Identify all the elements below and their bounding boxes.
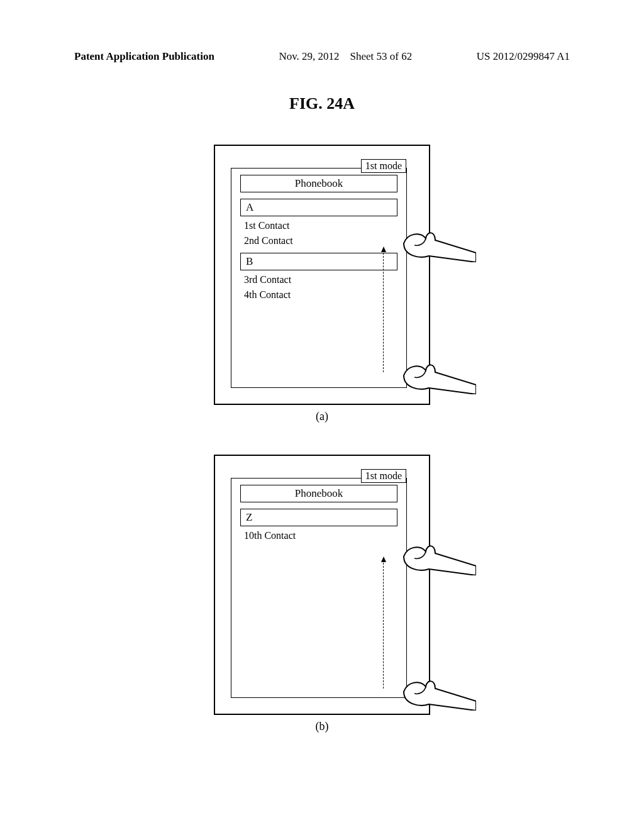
list-item: 1st Contact [244,220,394,231]
list-item: 4th Contact [244,289,394,301]
page-header: Patent Application Publication Nov. 29, … [0,0,644,63]
section-letter-z: Z [240,509,397,526]
mode-badge: 1st mode [361,159,406,173]
hand-pointer-icon [401,673,476,711]
publication-date: Nov. 29, 2012 [279,50,339,62]
device-frame: 1st mode Phonebook Z 10th Contact [214,455,430,715]
drag-path-icon [383,253,384,372]
figure-title: FIG. 24A [0,94,644,113]
list-item: 3rd Contact [244,274,394,285]
list-item: 2nd Contact [244,235,394,246]
drag-arrowhead-icon [381,556,386,562]
publication-date-sheet: Nov. 29, 2012 Sheet 53 of 62 [279,50,412,63]
section-letter-b: B [240,253,397,270]
drag-arrowhead-icon [381,246,386,252]
device-screen: 1st mode Phonebook A 1st Contact 2nd Con… [231,168,407,388]
subfigure-label-a: (a) [214,410,430,423]
figure-panel-a: 1st mode Phonebook A 1st Contact 2nd Con… [214,145,430,423]
phonebook-header: Phonebook [240,175,397,192]
hand-pointer-icon [401,357,476,394]
section-letter-a: A [240,199,397,216]
hand-pointer-icon [401,224,476,262]
subfigure-label-b: (b) [214,720,430,733]
sheet-number: Sheet 53 of 62 [350,50,413,62]
list-item: 10th Contact [244,530,394,541]
hand-pointer-icon [401,538,476,575]
publication-type: Patent Application Publication [74,50,214,63]
publication-number: US 2012/0299847 A1 [477,50,570,63]
device-screen: 1st mode Phonebook Z 10th Contact [231,478,407,698]
device-frame: 1st mode Phonebook A 1st Contact 2nd Con… [214,145,430,405]
drag-path-icon [383,563,384,689]
phonebook-header: Phonebook [240,485,397,502]
mode-badge: 1st mode [361,469,406,483]
figure-panel-b: 1st mode Phonebook Z 10th Contact [214,455,430,733]
